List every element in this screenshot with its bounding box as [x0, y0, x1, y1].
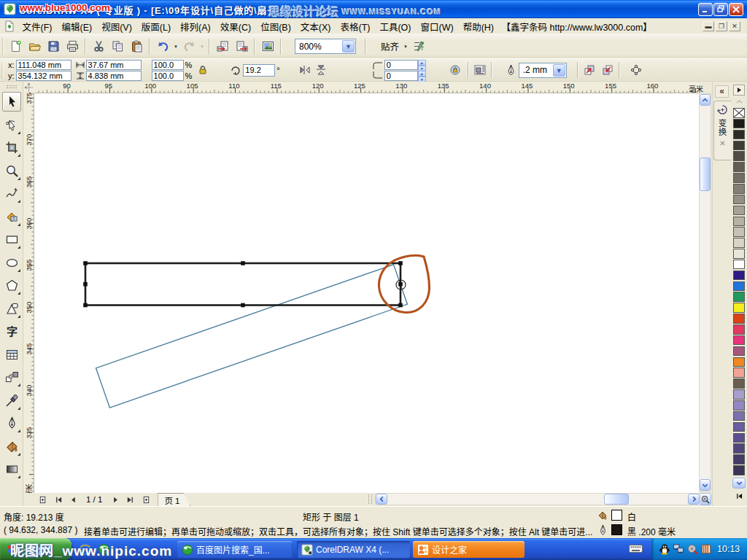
palette-scroll-up-button[interactable] [733, 97, 745, 106]
vertical-scroll-thumb[interactable] [700, 158, 711, 191]
palette-swatch-e23a60[interactable] [733, 324, 745, 335]
export-button[interactable] [233, 38, 250, 55]
outline-tool[interactable] [2, 413, 21, 433]
ellipse-tool[interactable] [2, 253, 21, 273]
zoom-level-combo-dropdown[interactable]: ▼ [342, 40, 355, 52]
redo-arrow-button[interactable] [181, 38, 198, 55]
palette-swatch-615d54[interactable] [733, 162, 745, 172]
palette-expand-button[interactable] [733, 491, 745, 501]
palette-swatch-2c1b85[interactable] [733, 271, 745, 281]
horizontal-scrollbar[interactable] [375, 493, 700, 505]
lock-ratio-button[interactable] [195, 62, 211, 78]
basic-shapes-tool[interactable] [2, 299, 21, 319]
menu-10[interactable]: 工具(O) [375, 18, 416, 34]
next-page-button[interactable] [109, 494, 121, 505]
palette-swatch-2e2b26[interactable] [733, 130, 745, 140]
interactive-fill-tool[interactable] [2, 459, 21, 479]
add-page-start-button[interactable] [36, 494, 48, 505]
first-page-button[interactable] [53, 494, 64, 505]
print-button[interactable] [64, 38, 81, 55]
palette-swatch-9287c2[interactable] [733, 400, 745, 411]
palette-swatch-7b6fae[interactable] [733, 411, 745, 421]
palette-swatch-949084[interactable] [733, 195, 745, 205]
blend-tool[interactable] [2, 368, 21, 387]
horizontal-ruler[interactable]: 9095100105110115120125130135140145150155… [34, 82, 699, 93]
pane-splitter[interactable] [368, 494, 372, 504]
open-folder-button[interactable] [26, 38, 43, 55]
palette-swatch-a8557e[interactable] [733, 346, 745, 357]
scroll-left-button[interactable] [376, 494, 387, 505]
corner-top-spinner[interactable]: ▲▼ [418, 60, 426, 70]
object-width-field[interactable]: 37.67 mm [86, 60, 142, 70]
pick-tool[interactable] [2, 92, 21, 112]
to-back-button[interactable] [600, 62, 616, 78]
taskbar-button-coreldraw[interactable]: CorelDRAW X4 (... [297, 541, 410, 558]
palette-swatch-837f74[interactable] [733, 184, 745, 194]
rotation-angle-field[interactable]: 19.2 [243, 64, 275, 77]
doc-close-button[interactable]: ✕ [729, 21, 740, 31]
palette-swatch-none[interactable] [733, 108, 745, 118]
mirror-horizontal-button[interactable] [297, 62, 313, 78]
palette-swatch-23995e[interactable] [733, 292, 745, 302]
drawing-canvas[interactable] [34, 93, 699, 493]
palette-swatch-c7c3b4[interactable] [733, 227, 745, 237]
options-button[interactable] [411, 38, 427, 55]
palette-swatch-504c45[interactable] [733, 151, 745, 161]
palette-swatch-e8327c[interactable] [733, 335, 745, 346]
menu-8[interactable]: 文本(X) [295, 18, 336, 34]
scroll-down-button[interactable] [700, 479, 711, 491]
palette-swatch-443c66[interactable] [733, 454, 745, 464]
corner-bottom-spinner[interactable]: ▲▼ [418, 71, 426, 81]
zoom-tool[interactable] [2, 161, 21, 181]
snap-to-button[interactable]: 贴齐 [378, 38, 402, 55]
cut-scissors-button[interactable] [90, 38, 107, 55]
menu-1[interactable]: 文件(F) [18, 18, 57, 34]
tray-safety-icon[interactable] [686, 543, 698, 555]
scale-v-field[interactable]: 100.0 [152, 71, 184, 81]
shape-tool[interactable] [2, 115, 21, 135]
palette-swatch-b6b2a4[interactable] [733, 217, 745, 227]
outline-width-combo[interactable]: .2 mm▼ [519, 63, 567, 78]
palette-swatch-ef8722[interactable] [733, 357, 745, 368]
undo-arrow-dropdown[interactable]: ▼ [172, 38, 179, 55]
docker-close-icon[interactable]: ✕ [714, 139, 731, 147]
doc-restore-button[interactable]: ❐ [716, 21, 727, 31]
palette-swatch-50467c[interactable] [733, 443, 745, 454]
taskbar-button-people[interactable]: 设计之家 [413, 541, 525, 558]
palette-swatch-6a5c9e[interactable] [733, 422, 745, 432]
palette-swatch-dd4214[interactable] [733, 314, 745, 324]
vertical-scrollbar[interactable] [699, 93, 711, 491]
app-launcher-button[interactable] [260, 38, 276, 55]
tray-network-icon[interactable] [673, 543, 684, 555]
to-front-button[interactable] [581, 62, 597, 78]
snap-to-button-dropdown[interactable]: ▼ [402, 38, 409, 55]
convert-to-curves-button[interactable] [628, 62, 644, 78]
docker-tab-transform[interactable]: 变换 ✕ [713, 101, 731, 160]
horizontal-scroll-thumb[interactable] [604, 494, 629, 505]
palette-swatch-f4ee1d[interactable] [733, 303, 745, 313]
import-button[interactable] [214, 38, 231, 55]
selection-handles[interactable] [83, 261, 403, 307]
corner-radius-top-field[interactable]: 0 [384, 60, 418, 70]
palette-swatch-6b5e50[interactable] [733, 378, 745, 389]
taskbar-button-green-sphere[interactable]: 百度图片搜索_国... [177, 541, 293, 558]
corner-radius-bottom-field[interactable]: 0 [384, 71, 418, 81]
palette-swatch-726e64[interactable] [733, 173, 745, 183]
palette-swatch-1d1a17[interactable] [733, 119, 745, 129]
restore-button[interactable] [713, 3, 728, 16]
vertical-ruler[interactable]: 375370365360355350345340335 [23, 93, 34, 493]
previous-page-button[interactable] [67, 494, 79, 505]
selected-rectangle[interactable] [85, 263, 400, 306]
keyboard-input-icon[interactable] [629, 543, 643, 554]
palette-swatch-d8d5c6[interactable] [733, 238, 745, 248]
palette-swatch-3a3456[interactable] [733, 465, 745, 475]
polygon-tool[interactable] [2, 276, 21, 295]
menu-3[interactable]: 视图(V) [97, 18, 137, 34]
palette-scroll-down-button[interactable] [732, 478, 746, 489]
doc-minimize-button[interactable]: ▬ [703, 21, 714, 31]
minimize-button[interactable] [698, 3, 713, 16]
eyedropper-tool[interactable] [2, 391, 21, 411]
menu-2[interactable]: 编辑(E) [57, 18, 97, 34]
crop-tool[interactable] [2, 138, 21, 158]
scroll-up-button[interactable] [700, 94, 711, 106]
